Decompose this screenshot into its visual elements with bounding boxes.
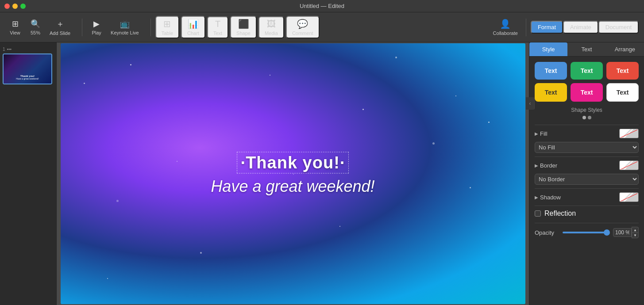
comment-icon: 💬 [297, 19, 308, 29]
collaborate-label: Collaborate [493, 30, 518, 36]
border-swatch[interactable] [619, 160, 639, 170]
chart-button[interactable]: 📊 Chart [181, 16, 205, 38]
collaborate-icon: 👤 [500, 19, 511, 29]
fullscreen-button[interactable] [20, 4, 26, 9]
shadow-row: ▶ Shadow [535, 192, 639, 202]
border-row: ▶ Border [535, 160, 639, 170]
slide-number-row: 1 ••• [3, 47, 54, 52]
document-tab[interactable]: Document [598, 21, 639, 34]
add-slide-button[interactable]: ＋ Add Slide [46, 17, 74, 38]
slide-content: ·Thank you!· Have a great weekend! [61, 152, 525, 196]
opacity-input[interactable] [613, 228, 632, 237]
shape-icon: ⬛ [238, 19, 249, 29]
divider-fill [535, 125, 639, 125]
format-tab[interactable]: Format [531, 21, 563, 34]
divider-reflection [535, 206, 639, 206]
text-style-btn-green[interactable]: Text [571, 62, 603, 80]
text-style-btn-yellow[interactable]: Text [535, 83, 567, 102]
shadow-swatch[interactable] [619, 192, 639, 202]
play-button[interactable]: ▶ Play [87, 17, 106, 37]
zoom-button[interactable]: 🔍 55% [26, 17, 45, 37]
opacity-decrement-button[interactable]: ▼ [632, 233, 639, 238]
view-icon: ⊞ [12, 19, 19, 29]
text-styles-grid: Text Text Text Text Text Text [535, 62, 639, 102]
canvas-area: ·Thank you!· Have a great weekend! [57, 42, 529, 305]
fill-swatch[interactable] [619, 129, 639, 138]
add-slide-label: Add Slide [50, 30, 70, 36]
view-button[interactable]: ⊞ View [5, 17, 25, 37]
media-label: Media [265, 30, 278, 36]
add-slide-icon: ＋ [56, 19, 64, 29]
shadow-label-text: Shadow [540, 194, 561, 201]
opacity-increment-button[interactable]: ▲ [632, 227, 639, 233]
slide-title[interactable]: ·Thank you!· [237, 152, 349, 174]
slide-canvas[interactable]: ·Thank you!· Have a great weekend! [61, 43, 525, 304]
playback-group: ▶ Play 📺 Keynote Live [87, 17, 143, 37]
opacity-stepper: ▲ ▼ [632, 227, 639, 238]
text-style-btn-white[interactable]: Text [606, 83, 639, 102]
chart-label: Chart [187, 30, 199, 36]
play-icon: ▶ [93, 19, 100, 29]
right-panel-tabs: Style Text Arrange [529, 42, 644, 57]
play-label: Play [92, 30, 101, 35]
traffic-lights [4, 4, 26, 9]
border-chevron-icon[interactable]: ▶ [535, 163, 538, 168]
shape-button[interactable]: ⬛ Shape [230, 16, 257, 38]
border-select[interactable]: No Border [535, 174, 639, 185]
text-button[interactable]: T Text [207, 16, 228, 38]
view-group: ⊞ View 🔍 55% ＋ Add Slide [5, 17, 74, 38]
minimize-button[interactable] [12, 4, 18, 9]
slide-subtitle[interactable]: Have a great weekend! [61, 177, 525, 196]
opacity-slider[interactable] [563, 232, 609, 233]
slide-thumbnail[interactable]: Thank you! Have a great weekend! [3, 53, 52, 84]
shape-label: Shape [236, 30, 251, 36]
media-icon: 🖼 [267, 19, 276, 29]
slide-panel: 1 ••• Thank you! Have a great weekend! [0, 42, 57, 305]
opacity-label: Opacity [535, 229, 559, 236]
window-title: Untitled — Edited [300, 3, 344, 9]
animate-tab[interactable]: Animate [563, 21, 598, 34]
divider-shadow [535, 188, 639, 189]
right-panel: Style Text Arrange Text Text Text Text T… [529, 42, 644, 305]
table-button[interactable]: ⊞ Table [155, 16, 179, 38]
opacity-row: Opacity ▲ ▼ [535, 227, 639, 238]
fill-select[interactable]: No Fill [535, 142, 639, 153]
fill-label: ▶ Fill [535, 130, 619, 137]
collaborate-button[interactable]: 👤 Collaborate [490, 17, 521, 38]
fill-label-text: Fill [540, 130, 548, 137]
insert-group: ⊞ Table 📊 Chart T Text ⬛ Shape 🖼 Media 💬… [155, 16, 320, 38]
text-style-btn-blue[interactable]: Text [535, 62, 567, 80]
fill-chevron-icon[interactable]: ▶ [535, 131, 538, 136]
comment-button[interactable]: 💬 Comment [286, 16, 320, 38]
table-icon: ⊞ [163, 19, 171, 29]
divider-3 [526, 19, 526, 36]
keynote-live-button[interactable]: 📺 Keynote Live [107, 17, 143, 37]
style-dot-2[interactable] [588, 116, 591, 119]
tab-arrange[interactable]: Arrange [606, 42, 644, 56]
keynote-live-icon: 📺 [120, 19, 130, 29]
opacity-slider-thumb[interactable] [604, 229, 610, 236]
close-button[interactable] [4, 4, 10, 9]
opacity-value-box: ▲ ▼ [613, 227, 639, 238]
text-style-btn-pink[interactable]: Text [571, 83, 603, 102]
main-area: 1 ••• Thank you! Have a great weekend! [0, 42, 644, 305]
fill-row: ▶ Fill [535, 129, 639, 138]
tab-style[interactable]: Style [529, 42, 567, 56]
border-label-text: Border [540, 162, 557, 169]
divider-border [535, 156, 639, 157]
tab-text[interactable]: Text [567, 42, 605, 56]
panel-collapse-arrow[interactable]: ‹ [526, 97, 535, 110]
shadow-chevron-icon[interactable]: ▶ [535, 195, 538, 200]
view-label: View [10, 30, 20, 35]
reflection-label: Reflection [544, 210, 576, 217]
keynote-live-label: Keynote Live [111, 30, 139, 35]
fill-dropdown-row: No Fill [535, 142, 639, 153]
style-dot-1[interactable] [582, 116, 586, 119]
media-button[interactable]: 🖼 Media [258, 16, 284, 38]
slide-thumb-text: Thank you! Have a great weekend! [5, 75, 50, 80]
slide-menu-dots[interactable]: ••• [7, 47, 12, 52]
text-style-btn-red[interactable]: Text [606, 62, 639, 80]
reflection-checkbox[interactable] [535, 210, 541, 217]
border-dropdown-row: No Border [535, 174, 639, 185]
shape-styles-label: Shape Styles [535, 107, 639, 113]
